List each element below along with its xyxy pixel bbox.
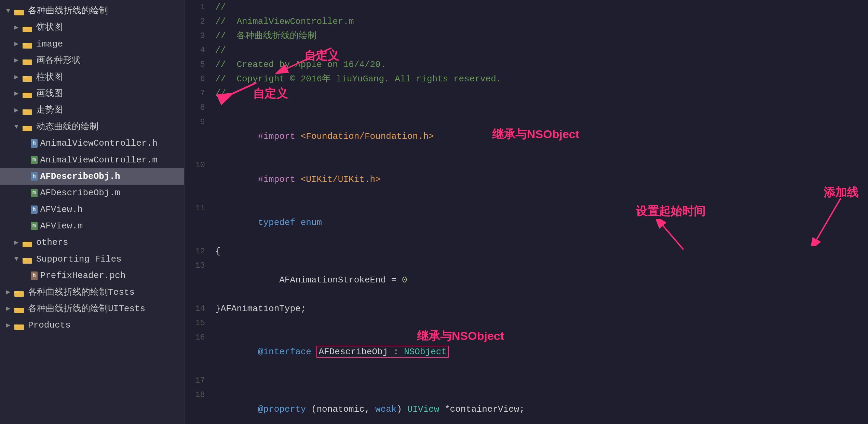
item-label: image bbox=[36, 38, 63, 50]
expand-icon bbox=[6, 304, 13, 314]
sidebar-item-shapes[interactable]: 画各种形状 bbox=[0, 52, 184, 69]
folder-icon bbox=[23, 24, 33, 31]
sidebar-item-animalvc-m[interactable]: m AnimalViewController.m bbox=[0, 152, 184, 168]
code-line-14: 14 }AFAnimationType; bbox=[185, 302, 868, 316]
folder-icon bbox=[23, 57, 33, 64]
folder-icon bbox=[14, 322, 25, 329]
item-label: 各种曲线折线的绘制UITests bbox=[28, 303, 145, 315]
expand-icon bbox=[14, 39, 21, 49]
sidebar: 各种曲线折线的绘制 饼状图 image 画各种形状 柱状图 bbox=[0, 0, 185, 424]
code-line-5: 5 // Created by Apple on 16/4/20. bbox=[185, 57, 868, 72]
code-line-1: 1 // bbox=[185, 0, 868, 14]
code-line-11: 11 typedef enum bbox=[185, 201, 868, 244]
sidebar-item-image[interactable]: image bbox=[0, 36, 184, 52]
folder-icon bbox=[23, 123, 33, 131]
expand-icon bbox=[14, 254, 21, 264]
code-line-8: 8 bbox=[185, 101, 868, 115]
item-label: 柱状图 bbox=[36, 71, 63, 83]
svg-rect-11 bbox=[23, 93, 27, 94]
svg-rect-19 bbox=[23, 258, 27, 260]
item-label: Supporting Files bbox=[36, 253, 122, 265]
root-label: 各种曲线折线的绘制 bbox=[28, 5, 108, 17]
code-line-7: 7 // 自定义 bbox=[185, 86, 868, 101]
item-label: 画各种形状 bbox=[36, 54, 81, 67]
folder-icon bbox=[14, 7, 25, 15]
code-line-4: 4 // bbox=[185, 43, 868, 57]
expand-icon bbox=[6, 6, 13, 16]
item-label: 画线图 bbox=[36, 88, 63, 100]
folder-icon bbox=[23, 255, 33, 263]
annotation-jicheng-text: 继承与NSObject bbox=[417, 329, 504, 343]
expand-icon bbox=[14, 56, 21, 65]
expand-icon bbox=[6, 321, 13, 330]
m-badge: m bbox=[31, 156, 38, 164]
item-label: 动态曲线的绘制 bbox=[36, 121, 98, 133]
expand-icon bbox=[14, 23, 21, 32]
sidebar-item-bar[interactable]: 柱状图 bbox=[0, 69, 184, 85]
expand-icon bbox=[14, 106, 21, 115]
h-badge: h bbox=[31, 139, 38, 147]
code-line-2: 2 // AnimalViewController.m bbox=[185, 14, 868, 29]
sidebar-item-prefixheader[interactable]: h PrefixHeader.pch bbox=[0, 267, 184, 284]
code-line-6: 6 // Copyright © 2016年 liuYuGang. All ri… bbox=[185, 72, 868, 86]
svg-rect-7 bbox=[23, 59, 27, 61]
sidebar-item-others[interactable]: others bbox=[0, 234, 184, 251]
sidebar-item-afview-m[interactable]: m AFView.m bbox=[0, 218, 184, 234]
item-label: AFView.m bbox=[40, 220, 83, 232]
m-badge: m bbox=[31, 222, 38, 230]
h-badge: h bbox=[31, 172, 38, 181]
svg-rect-15 bbox=[23, 126, 27, 128]
expand-icon bbox=[6, 288, 13, 297]
code-line-12: 12 { bbox=[185, 244, 868, 259]
code-line-18: 18 @property (nonatomic, weak) UIView *c… bbox=[185, 388, 868, 424]
code-line-17: 17 bbox=[185, 373, 868, 388]
sidebar-item-afview-h[interactable]: h AFView.h bbox=[0, 201, 184, 218]
sidebar-item-supporting[interactable]: Supporting Files bbox=[0, 251, 184, 267]
folder-icon bbox=[23, 40, 33, 48]
pch-badge: h bbox=[31, 271, 38, 280]
code-line-3: 3 // 各种曲线折线的绘制 bbox=[185, 29, 868, 43]
code-line-13: 13 AFAnimationStrokeEnd = 0 bbox=[185, 259, 868, 302]
svg-rect-1 bbox=[14, 10, 18, 12]
item-label: AnimalViewController.h bbox=[40, 137, 158, 149]
sidebar-root[interactable]: 各种曲线折线的绘制 bbox=[0, 3, 184, 19]
sidebar-item-afdesc-h[interactable]: h AFDescribeObj.h bbox=[0, 168, 184, 185]
item-label: 走势图 bbox=[36, 104, 63, 116]
sidebar-item-animalvc-h[interactable]: h AnimalViewController.h bbox=[0, 135, 184, 151]
svg-rect-25 bbox=[14, 324, 18, 326]
sidebar-item-dynamic[interactable]: 动态曲线的绘制 bbox=[0, 119, 184, 135]
sidebar-item-products[interactable]: Products bbox=[0, 317, 184, 333]
svg-rect-23 bbox=[14, 308, 18, 309]
item-label: PrefixHeader.pch bbox=[40, 269, 126, 282]
svg-rect-13 bbox=[23, 109, 27, 111]
folder-icon bbox=[23, 239, 33, 247]
expand-icon bbox=[14, 72, 21, 82]
item-label: AnimalViewController.m bbox=[40, 154, 158, 166]
folder-icon bbox=[14, 305, 25, 313]
folder-icon bbox=[14, 289, 25, 296]
item-label: 各种曲线折线的绘制Tests bbox=[28, 286, 135, 299]
sidebar-item-line[interactable]: 画线图 bbox=[0, 85, 184, 102]
code-line-10: 10 #import <UIKit/UIKit.h> bbox=[185, 158, 868, 201]
code-line-15: 15 bbox=[185, 316, 868, 330]
sidebar-item-afdesc-m[interactable]: m AFDescribeObj.m bbox=[0, 185, 184, 201]
folder-icon bbox=[23, 107, 33, 114]
item-label: others bbox=[36, 236, 68, 249]
sidebar-item-uitests[interactable]: 各种曲线折线的绘制UITests bbox=[0, 301, 184, 317]
sidebar-item-tests[interactable]: 各种曲线折线的绘制Tests bbox=[0, 284, 184, 301]
sidebar-item-bingzhuang[interactable]: 饼状图 bbox=[0, 19, 184, 36]
code-editor[interactable]: 自定义 继承与NSObject 设置起始时间 添加线 bbox=[185, 0, 868, 424]
expand-icon bbox=[14, 89, 21, 98]
svg-line-33 bbox=[219, 83, 256, 100]
svg-rect-21 bbox=[14, 291, 18, 293]
item-label: 饼状图 bbox=[36, 21, 63, 34]
expand-icon bbox=[14, 122, 21, 132]
item-label: AFDescribeObj.h bbox=[40, 170, 120, 183]
item-label: AFDescribeObj.m bbox=[40, 187, 120, 199]
expand-icon bbox=[14, 238, 21, 248]
svg-rect-5 bbox=[23, 43, 27, 45]
code-lines: 1 // 2 // AnimalViewController.m 3 // 各种… bbox=[185, 0, 868, 424]
sidebar-item-trend[interactable]: 走势图 bbox=[0, 102, 184, 118]
code-line-16: 16 @interface AFDescribeObj : NSObject 继… bbox=[185, 330, 868, 373]
folder-icon bbox=[23, 74, 33, 81]
